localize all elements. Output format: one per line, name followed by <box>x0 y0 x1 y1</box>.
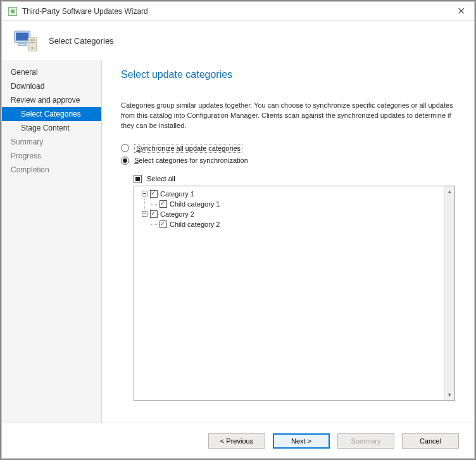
radio-sync-all-label: Synchronize all update categories <box>134 144 242 153</box>
tree-node-category-1[interactable]: Category 1 <box>135 189 442 199</box>
radio-select-specific-input[interactable] <box>121 157 129 165</box>
banner: Select Categories <box>2 21 474 60</box>
svg-rect-2 <box>18 43 27 45</box>
page-description: Categories group similar updates togethe… <box>121 101 455 131</box>
cancel-button[interactable]: Cancel <box>402 433 459 449</box>
nav-item-stage-content[interactable]: Stage Content <box>2 121 101 135</box>
nav-item-progress[interactable]: Progress <box>2 149 101 163</box>
wizard-window: Third-Party Software Updates Wizard ✕ Se… <box>1 1 475 459</box>
window-title: Third-Party Software Updates Wizard <box>22 7 148 16</box>
nav-item-download[interactable]: Download <box>2 79 101 93</box>
nav-item-review-approve[interactable]: Review and approve <box>2 93 101 107</box>
title-bar-left: Third-Party Software Updates Wizard <box>8 7 148 16</box>
child-1-checkbox[interactable] <box>160 200 167 208</box>
scroll-down-icon[interactable]: ▾ <box>444 390 455 400</box>
select-all-row[interactable]: Select all <box>134 175 455 183</box>
category-2-label: Category 2 <box>160 210 194 218</box>
select-all-label: Select all <box>147 175 175 182</box>
summary-button: Summary <box>337 433 394 449</box>
svg-rect-3 <box>28 37 36 51</box>
svg-rect-4 <box>30 39 35 41</box>
main-content: Select update categories Categories grou… <box>102 60 474 423</box>
previous-button[interactable]: < Previous <box>208 433 265 449</box>
tree-node-category-2[interactable]: Category 2 <box>135 209 442 219</box>
body: General Download Review and approve Sele… <box>2 60 474 423</box>
select-all-checkbox[interactable] <box>134 175 142 183</box>
footer: < Previous Next > Summary Cancel <box>2 423 474 458</box>
app-icon <box>8 7 17 16</box>
svg-rect-1 <box>16 33 28 41</box>
nav-item-summary[interactable]: Summary <box>2 135 101 149</box>
radio-sync-all-input[interactable] <box>121 144 129 152</box>
tree-node-child-1[interactable]: Child category 1 <box>135 199 442 209</box>
expand-collapse-icon[interactable] <box>142 191 147 196</box>
expand-collapse-icon[interactable] <box>142 211 147 217</box>
radio-select-specific-label: Select categories for synchronization <box>134 157 248 164</box>
svg-point-6 <box>31 47 33 49</box>
banner-title: Select Categories <box>49 36 114 46</box>
close-button[interactable]: ✕ <box>454 5 468 17</box>
category-1-checkbox[interactable] <box>150 190 158 198</box>
nav-item-select-categories[interactable]: Select Categories <box>2 107 101 121</box>
nav-item-general[interactable]: General <box>2 65 101 79</box>
scrollbar[interactable]: ▴ ▾ <box>444 186 454 400</box>
close-icon: ✕ <box>457 6 465 16</box>
page-title: Select update categories <box>121 69 455 80</box>
scroll-up-icon[interactable]: ▴ <box>444 186 455 197</box>
radio-select-specific[interactable]: Select categories for synchronization <box>121 157 455 165</box>
category-tree: Category 1 Child category 1 <box>134 186 455 401</box>
nav-item-completion[interactable]: Completion <box>2 163 101 177</box>
tree-node-child-2[interactable]: Child category 2 <box>135 219 442 229</box>
child-2-label: Child category 2 <box>170 220 220 228</box>
category-tree-inner[interactable]: Category 1 Child category 1 <box>134 186 444 400</box>
svg-rect-5 <box>30 42 35 44</box>
category-2-checkbox[interactable] <box>150 210 158 218</box>
title-bar: Third-Party Software Updates Wizard ✕ <box>2 2 474 21</box>
nav-sidebar: General Download Review and approve Sele… <box>2 60 102 423</box>
child-2-checkbox[interactable] <box>160 220 167 228</box>
child-1-label: Child category 1 <box>170 200 220 208</box>
radio-sync-all[interactable]: Synchronize all update categories <box>121 144 455 153</box>
monitor-server-icon <box>13 28 39 53</box>
next-button[interactable]: Next > <box>273 433 330 449</box>
category-1-label: Category 1 <box>160 190 194 198</box>
